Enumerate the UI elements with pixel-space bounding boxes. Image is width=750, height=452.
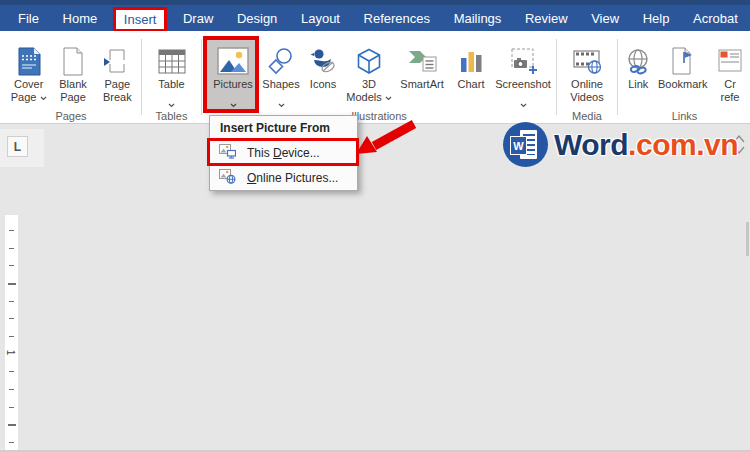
- group-media: Online Videos Media: [558, 31, 616, 123]
- bookmark-icon: [671, 44, 694, 78]
- bookmark-button[interactable]: Bookmark: [656, 31, 711, 112]
- ribbon-tab-bar: File Home Insert Draw Design Layout Refe…: [0, 0, 750, 31]
- tab-stop-selector[interactable]: L: [7, 136, 28, 157]
- chevron-down-icon: [385, 96, 392, 101]
- group-links: Link Bookmark: [619, 31, 750, 123]
- tab-file[interactable]: File: [10, 7, 47, 30]
- cover-page-button[interactable]: Cover Page: [6, 31, 51, 112]
- chart-button[interactable]: Chart: [449, 31, 493, 112]
- tab-mailings[interactable]: Mailings: [446, 7, 510, 30]
- ruler-number: 1: [5, 350, 16, 356]
- shapes-button[interactable]: Shapes: [259, 31, 303, 112]
- chevron-down-icon: [40, 96, 47, 101]
- screenshot-icon: [509, 44, 538, 78]
- pictures-button[interactable]: Pictures: [207, 36, 259, 112]
- 3d-models-button[interactable]: 3D Models: [343, 31, 395, 112]
- menu-item-label: Online Pictures...: [247, 171, 338, 185]
- shapes-icon: [268, 44, 294, 78]
- smartart-button[interactable]: SmartArt: [395, 31, 449, 112]
- cross-reference-icon: [718, 44, 742, 78]
- icons-button[interactable]: Icons: [303, 31, 343, 112]
- online-videos-icon: [572, 44, 602, 78]
- group-pages: Cover Page Blank Page: [2, 31, 140, 123]
- pictures-icon: [217, 44, 249, 78]
- menu-item-label: This Device...: [247, 146, 320, 160]
- group-separator: [201, 39, 202, 115]
- blank-page-button[interactable]: Blank Page: [51, 31, 94, 112]
- menu-item-online-pictures[interactable]: Online Pictures...: [210, 165, 357, 190]
- link-button[interactable]: Link: [621, 31, 656, 112]
- group-separator: [556, 39, 557, 115]
- menu-header: Insert Picture From: [210, 116, 357, 140]
- tab-view[interactable]: View: [583, 7, 627, 30]
- tab-references[interactable]: References: [356, 7, 438, 30]
- page-break-icon: [103, 44, 131, 78]
- table-button[interactable]: Table: [147, 31, 197, 112]
- group-label-tables: Tables: [143, 110, 200, 122]
- group-separator: [617, 39, 618, 115]
- tab-draw[interactable]: Draw: [175, 7, 221, 30]
- insert-picture-menu: Insert Picture From This Device... On: [209, 115, 358, 191]
- ribbon: Cover Page Blank Page: [0, 31, 750, 124]
- link-icon: [625, 44, 651, 78]
- watermark-logo: W Word.com.vn: [503, 122, 738, 167]
- tab-acrobat[interactable]: Acrobat: [685, 7, 746, 30]
- group-label-links: Links: [619, 110, 750, 122]
- tab-help[interactable]: Help: [635, 7, 678, 30]
- group-label-pages: Pages: [2, 110, 140, 122]
- group-tables: Table Tables: [143, 31, 200, 123]
- chart-icon: [460, 44, 483, 78]
- word-logo-icon: W: [503, 122, 548, 167]
- red-arrow-annotation: [350, 118, 422, 162]
- tab-home[interactable]: Home: [55, 7, 106, 30]
- smartart-icon: [407, 44, 437, 78]
- screenshot-button[interactable]: Screenshot: [493, 31, 553, 112]
- page-break-button[interactable]: Page Break: [95, 31, 140, 112]
- vertical-scrollbar-thumb[interactable]: [746, 222, 749, 256]
- tab-review[interactable]: Review: [517, 7, 576, 30]
- tab-layout[interactable]: Layout: [293, 7, 348, 30]
- tab-design[interactable]: Design: [229, 7, 285, 30]
- tab-insert[interactable]: Insert: [113, 7, 168, 32]
- blank-page-icon: [62, 44, 84, 78]
- online-pictures-icon: [219, 168, 236, 187]
- table-icon: [158, 44, 186, 78]
- cover-page-icon: [17, 44, 41, 78]
- this-device-icon: [219, 143, 236, 162]
- vertical-ruler[interactable]: 1: [5, 215, 18, 452]
- online-videos-button[interactable]: Online Videos: [560, 31, 614, 112]
- group-separator: [141, 39, 142, 115]
- group-illustrations: Pictures Shapes: [203, 31, 555, 123]
- icons-icon: [310, 44, 336, 78]
- cross-reference-button[interactable]: Cr refe: [710, 31, 750, 112]
- group-label-media: Media: [558, 110, 616, 122]
- menu-item-this-device[interactable]: This Device...: [210, 140, 357, 165]
- 3d-cube-icon: [356, 44, 382, 78]
- watermark-text: Word.com.vn: [554, 128, 738, 162]
